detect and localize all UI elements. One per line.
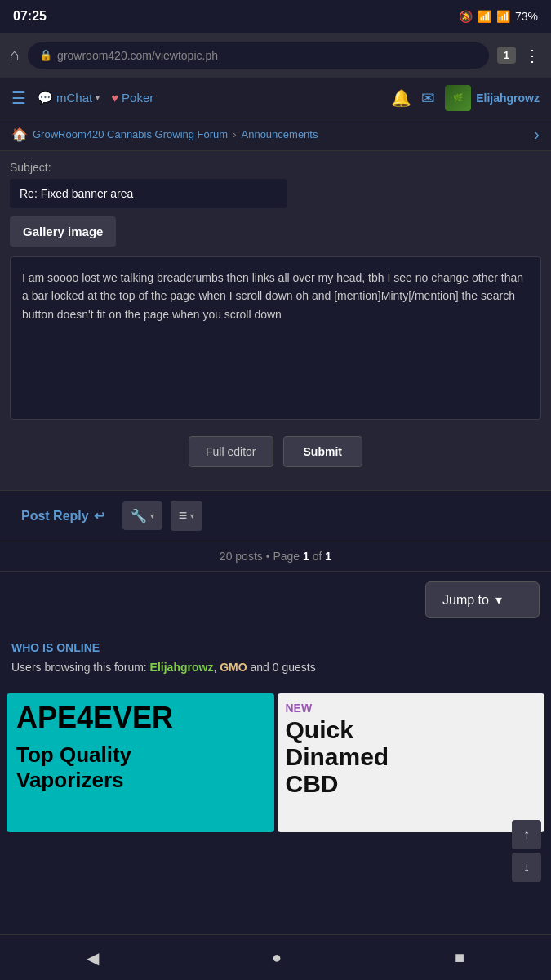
url-bar[interactable]: 🔒 growroom420.com/viewtopic.ph: [28, 42, 489, 69]
chat-icon: 💬: [38, 91, 53, 105]
mchat-label: mChat: [56, 91, 92, 105]
sort-icon: ≡: [179, 507, 188, 524]
lock-icon: 🔒: [39, 49, 52, 61]
nav-right: 🔔 ✉ 🌿 Elijahgrowz: [391, 85, 540, 111]
ad-banner-ape4ever[interactable]: APE4EVER Top QualityVaporizers: [7, 693, 274, 832]
reply-form-section: Subject: Gallery image I am soooo lost w…: [0, 151, 551, 490]
toolbar-section: Post Reply ↩ 🔧 ▾ ≡ ▾: [0, 490, 551, 541]
android-recents-button[interactable]: ■: [438, 942, 481, 973]
ad-subtitle-left: Top QualityVaporizers: [7, 742, 274, 793]
subject-input[interactable]: [10, 179, 287, 208]
nav-left: ☰ 💬 mChat ▾ ♥ Poker: [11, 88, 153, 108]
browser-bar: ⌂ 🔒 growroom420.com/viewtopic.ph 1 ⋮: [0, 33, 551, 78]
jump-to-button[interactable]: Jump to ▾: [425, 581, 540, 618]
breadcrumb-forum-link[interactable]: GrowRoom420 Cannabis Growing Forum: [33, 128, 228, 140]
username-label: Elijahgrowz: [476, 91, 540, 105]
browser-home-icon[interactable]: ⌂: [10, 46, 20, 65]
sort-tool-button[interactable]: ≡ ▾: [171, 501, 203, 531]
browser-tabs-count[interactable]: 1: [497, 47, 516, 64]
ad-logo-left: APE4EVER: [7, 693, 274, 742]
pagination-full: 20 posts • Page 1 of 1: [220, 550, 331, 563]
subject-label: Subject:: [10, 161, 541, 174]
envelope-icon[interactable]: ✉: [421, 88, 435, 108]
status-bar: 07:25 🔕 📶 📶 73%: [0, 0, 551, 33]
scroll-buttons: ↑ ↓: [512, 820, 541, 882]
notification-off-icon: 🔕: [459, 10, 473, 23]
status-time: 07:25: [13, 9, 47, 24]
post-reply-label: Post Reply: [21, 509, 89, 523]
wrench-tool-button[interactable]: 🔧 ▾: [122, 501, 162, 530]
ad-banners: APE4EVER Top QualityVaporizers NEW Quick…: [0, 687, 551, 839]
poker-link[interactable]: ♥ Poker: [111, 91, 153, 105]
bell-icon[interactable]: 🔔: [391, 88, 411, 108]
online-user-1[interactable]: Elijahgrowz: [150, 661, 214, 674]
jump-to-section: Jump to ▾: [0, 571, 551, 628]
mchat-dropdown-icon: ▾: [96, 93, 100, 102]
breadcrumb-separator: ›: [233, 128, 236, 140]
ad-title-right: QuickDinamedCBD: [278, 716, 545, 797]
wrench-icon: 🔧: [131, 508, 147, 523]
android-nav-bar: ◀ ● ■: [0, 934, 551, 980]
pagination-info: 20 posts • Page 1 of 1: [0, 541, 551, 571]
battery-level: 73%: [515, 10, 538, 23]
poker-label: Poker: [122, 91, 153, 105]
jump-to-label: Jump to: [442, 593, 489, 608]
reply-arrow-icon: ↩: [94, 508, 104, 523]
browser-menu-icon[interactable]: ⋮: [524, 46, 541, 65]
mchat-link[interactable]: 💬 mChat ▾: [38, 91, 100, 105]
android-back-button[interactable]: ◀: [70, 942, 115, 974]
full-editor-button[interactable]: Full editor: [189, 436, 273, 467]
signal-icon: 📶: [496, 10, 510, 23]
ad-new-label: NEW: [278, 693, 545, 716]
who-online-title: WHO IS ONLINE: [11, 641, 540, 654]
breadcrumb: 🏠 GrowRoom420 Cannabis Growing Forum › A…: [0, 118, 551, 151]
breadcrumb-right-icon: ›: [534, 125, 540, 144]
ad-banner-dinamed[interactable]: NEW QuickDinamedCBD: [278, 693, 545, 832]
hamburger-icon[interactable]: ☰: [11, 88, 26, 108]
post-reply-button[interactable]: Post Reply ↩: [11, 501, 114, 530]
scroll-down-button[interactable]: ↓: [512, 853, 541, 882]
android-home-button[interactable]: ●: [256, 942, 298, 973]
heart-icon: ♥: [111, 91, 118, 105]
online-user-2[interactable]: GMO: [220, 661, 247, 674]
who-is-online-section: WHO IS ONLINE Users browsing this forum:…: [0, 628, 551, 687]
who-online-prefix: Users browsing this forum:: [11, 661, 147, 674]
breadcrumb-current-page[interactable]: Announcements: [242, 128, 318, 140]
wrench-dropdown-icon: ▾: [150, 511, 154, 520]
sort-dropdown-icon: ▾: [190, 511, 194, 520]
submit-button[interactable]: Submit: [283, 436, 362, 467]
url-text: growroom420.com/viewtopic.ph: [57, 49, 218, 62]
wifi-icon: 📶: [478, 10, 491, 23]
form-action-buttons: Full editor Submit: [10, 436, 541, 480]
who-online-text: Users browsing this forum: Elijahgrowz, …: [11, 661, 540, 674]
breadcrumb-home-icon[interactable]: 🏠: [11, 127, 28, 142]
gallery-image-button[interactable]: Gallery image: [10, 216, 116, 247]
status-icons: 🔕 📶 📶 73%: [459, 10, 538, 23]
avatar: 🌿: [445, 85, 471, 111]
nav-bar: ☰ 💬 mChat ▾ ♥ Poker 🔔 ✉ 🌿 Elijahgrowz: [0, 78, 551, 118]
message-textarea[interactable]: I am soooo lost we talking breadcrumbs t…: [10, 256, 541, 420]
subject-section: Subject:: [10, 161, 541, 208]
scroll-up-button[interactable]: ↑: [512, 820, 541, 849]
who-online-suffix: and 0 guests: [251, 661, 316, 674]
jump-to-dropdown-icon: ▾: [495, 592, 502, 608]
user-badge[interactable]: 🌿 Elijahgrowz: [445, 85, 540, 111]
